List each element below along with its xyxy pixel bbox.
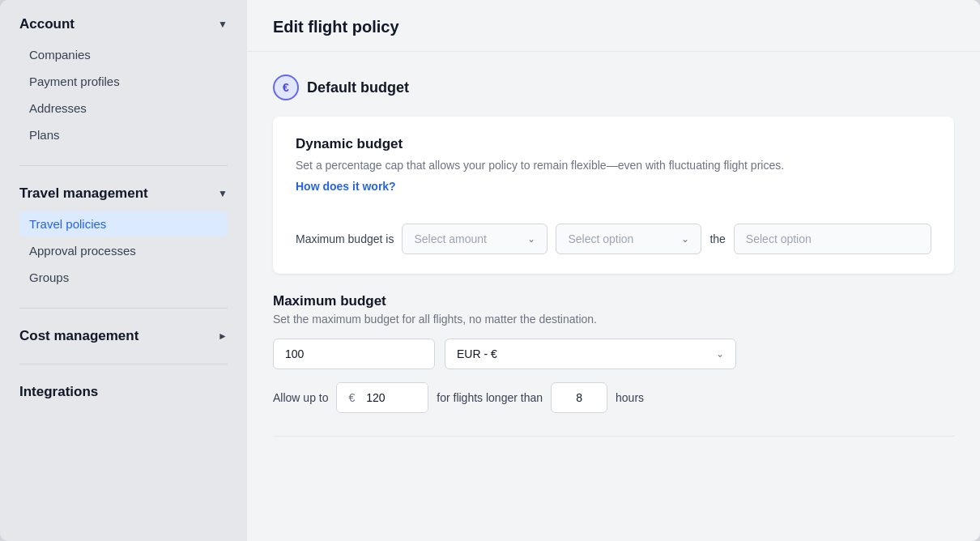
main-content: Edit flight policy € Default budget Dyna… — [247, 0, 980, 541]
sidebar: Account ▼ Companies Payment profiles Add… — [0, 0, 247, 541]
sidebar-item-addresses[interactable]: Addresses — [19, 96, 228, 121]
allow-up-to-label: Allow up to — [273, 391, 328, 404]
account-items-list: Companies Payment profiles Addresses Pla… — [19, 42, 228, 155]
cost-section-header[interactable]: Cost management ► — [19, 328, 228, 344]
amount-currency-row: EUR - € ⌄ — [273, 339, 954, 369]
sidebar-item-travel-policies[interactable]: Travel policies — [19, 211, 228, 236]
integrations-section-title: Integrations — [19, 384, 98, 400]
select-option-1-chevron-icon: ⌄ — [681, 233, 689, 245]
select-option-2-placeholder: Select option — [746, 232, 812, 245]
sidebar-item-groups[interactable]: Groups — [19, 265, 228, 290]
hours-input[interactable] — [551, 382, 607, 413]
sidebar-item-approval-processes[interactable]: Approval processes — [19, 238, 228, 263]
sidebar-item-plans[interactable]: Plans — [19, 122, 228, 147]
divider-2 — [19, 308, 228, 309]
for-flights-label: for flights longer than — [437, 391, 543, 404]
account-section-header[interactable]: Account ▼ — [19, 16, 228, 32]
dynamic-budget-card: Dynamic budget Set a percentage cap that… — [273, 117, 954, 274]
default-budget-header: € Default budget — [273, 75, 954, 100]
hours-label: hours — [616, 391, 644, 404]
maximum-budget-title: Maximum budget — [273, 293, 954, 309]
account-section-title: Account — [19, 16, 75, 32]
select-amount-placeholder: Select amount — [414, 232, 487, 245]
divider-1 — [19, 165, 228, 166]
sidebar-item-payment-profiles[interactable]: Payment profiles — [19, 69, 228, 94]
travel-chevron-icon: ▼ — [218, 188, 228, 199]
account-section: Account ▼ Companies Payment profiles Add… — [0, 0, 247, 162]
default-budget-title: Default budget — [307, 79, 409, 96]
dynamic-budget-title: Dynamic budget — [296, 136, 931, 152]
select-amount-dropdown[interactable]: Select amount ⌄ — [402, 224, 548, 254]
divider-3 — [19, 364, 228, 364]
select-option-1-placeholder: Select option — [568, 232, 633, 245]
page-title: Edit flight policy — [273, 18, 954, 36]
bottom-divider — [273, 436, 954, 437]
select-option-1-dropdown[interactable]: Select option ⌄ — [556, 224, 701, 254]
account-chevron-icon: ▼ — [218, 19, 228, 30]
allow-amount-wrapper: € — [336, 382, 428, 413]
select-amount-chevron-icon: ⌄ — [527, 233, 535, 245]
cost-section: Cost management ► — [0, 312, 247, 360]
maximum-budget-is-label: Maximum budget is — [296, 232, 394, 245]
travel-items-list: Travel policies Approval processes Group… — [19, 211, 228, 298]
the-label: the — [709, 232, 725, 245]
main-inner: Edit flight policy € Default budget Dyna… — [247, 0, 980, 541]
euro-prefix-icon: € — [337, 383, 363, 412]
travel-section-title: Travel management — [19, 185, 148, 202]
dynamic-budget-description: Set a percentage cap that allows your po… — [296, 157, 931, 174]
select-option-2-dropdown[interactable]: Select option — [734, 224, 931, 254]
cost-section-title: Cost management — [19, 328, 138, 344]
currency-dropdown[interactable]: EUR - € ⌄ — [445, 339, 736, 369]
allow-amount-input[interactable] — [363, 383, 428, 412]
currency-chevron-icon: ⌄ — [716, 348, 724, 360]
allow-up-to-row: Allow up to € for flights longer than ho… — [273, 382, 954, 413]
travel-section: Travel management ▼ Travel policies Appr… — [0, 169, 247, 305]
travel-section-header[interactable]: Travel management ▼ — [19, 185, 228, 202]
maximum-budget-description: Set the maximum budget for all flights, … — [273, 313, 954, 326]
maximum-budget-row: Maximum budget is Select amount ⌄ Select… — [296, 224, 931, 254]
integrations-section: Integrations — [0, 368, 247, 416]
cost-chevron-icon: ► — [218, 330, 228, 342]
how-does-it-work-link[interactable]: How does it work? — [296, 180, 396, 193]
euro-icon: € — [273, 75, 299, 100]
content-area: € Default budget Dynamic budget Set a pe… — [247, 52, 980, 459]
amount-input[interactable] — [273, 339, 435, 369]
sidebar-item-companies[interactable]: Companies — [19, 42, 228, 67]
page-header: Edit flight policy — [247, 0, 980, 52]
maximum-budget-section: Maximum budget Set the maximum budget fo… — [273, 293, 954, 413]
integrations-section-header[interactable]: Integrations — [19, 384, 228, 400]
currency-label: EUR - € — [457, 347, 497, 360]
